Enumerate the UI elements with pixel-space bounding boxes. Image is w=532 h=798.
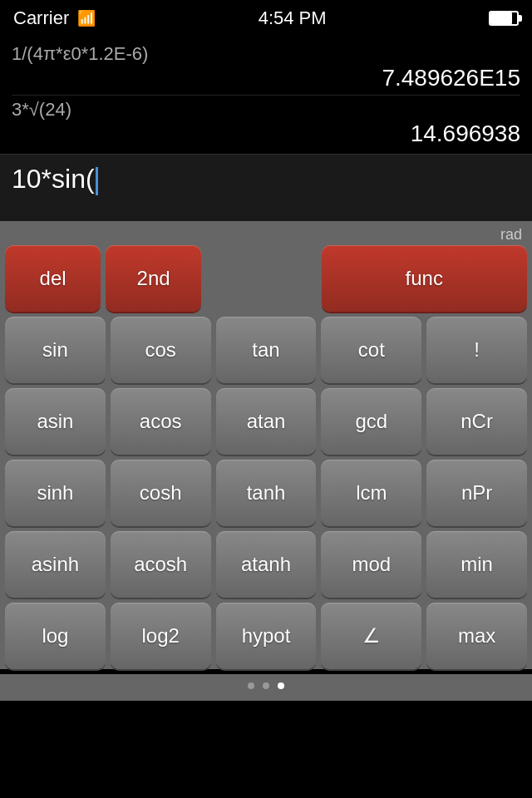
button-row-4: asinh acosh atanh mod min (5, 531, 527, 598)
carrier-label: Carrier (13, 7, 69, 29)
2nd-button[interactable]: 2nd (106, 245, 201, 312)
battery-icon (489, 11, 519, 26)
button-row-3: sinh cosh tanh lcm nPr (5, 460, 527, 526)
acos-button[interactable]: acos (111, 388, 211, 455)
page-dot-2[interactable] (263, 682, 269, 689)
button-row-2: asin acos atan gcd nCr (5, 388, 527, 455)
wifi-icon: 📶 (77, 9, 96, 27)
cot-button[interactable]: cot (321, 317, 421, 383)
atanh-button[interactable]: atanh (216, 531, 317, 598)
page-dot-1[interactable] (248, 682, 254, 689)
cos-button[interactable]: cos (111, 317, 211, 383)
ncr-button[interactable]: nCr (426, 388, 527, 455)
min-button[interactable]: min (426, 531, 527, 598)
hypot-button[interactable]: hypot (216, 603, 317, 669)
acosh-button[interactable]: acosh (111, 531, 211, 598)
keyboard-area: rad del 2nd func sin cos tan cot ! asin … (0, 221, 532, 669)
rad-indicator: rad (5, 226, 527, 245)
history-expr-2: 3*√(24) (12, 99, 520, 121)
text-cursor (96, 167, 98, 195)
cosh-button[interactable]: cosh (111, 460, 211, 526)
asinh-button[interactable]: asinh (5, 531, 106, 598)
tan-button[interactable]: tan (216, 317, 317, 383)
tanh-button[interactable]: tanh (216, 460, 317, 526)
current-input: 10*sin( (12, 163, 520, 195)
log-button[interactable]: log (5, 603, 106, 669)
angle-button[interactable]: ∠ (321, 603, 421, 669)
history-result-1: 7.489626E15 (12, 65, 520, 91)
history-row-1: 1/(4π*ε0*1.2E-6) 7.489626E15 (12, 40, 520, 96)
history-row-2: 3*√(24) 14.696938 (12, 96, 520, 150)
atan-button[interactable]: atan (216, 388, 317, 455)
sin-button[interactable]: sin (5, 317, 106, 383)
page-dots (0, 674, 532, 701)
lcm-button[interactable]: lcm (321, 460, 421, 526)
button-row-0: del 2nd func (5, 245, 527, 312)
history-expr-1: 1/(4π*ε0*1.2E-6) (12, 43, 520, 65)
current-input-area: 10*sin( (0, 155, 532, 221)
page-dot-3[interactable] (278, 682, 284, 689)
del-button[interactable]: del (5, 245, 101, 312)
max-button[interactable]: max (426, 603, 527, 669)
log2-button[interactable]: log2 (111, 603, 211, 669)
button-row-1: sin cos tan cot ! (5, 317, 527, 383)
asin-button[interactable]: asin (5, 388, 106, 455)
npr-button[interactable]: nPr (426, 460, 527, 526)
func-button[interactable]: func (322, 245, 527, 312)
status-bar: Carrier 📶 4:54 PM (0, 0, 532, 37)
button-row-5: log log2 hypot ∠ max (5, 603, 527, 669)
sinh-button[interactable]: sinh (5, 460, 106, 526)
gcd-button[interactable]: gcd (321, 388, 421, 455)
time-label: 4:54 PM (259, 7, 327, 29)
factorial-button[interactable]: ! (426, 317, 527, 383)
history-result-2: 14.696938 (12, 121, 520, 147)
mod-button[interactable]: mod (321, 531, 421, 598)
history-area: 1/(4π*ε0*1.2E-6) 7.489626E15 3*√(24) 14.… (0, 37, 532, 155)
